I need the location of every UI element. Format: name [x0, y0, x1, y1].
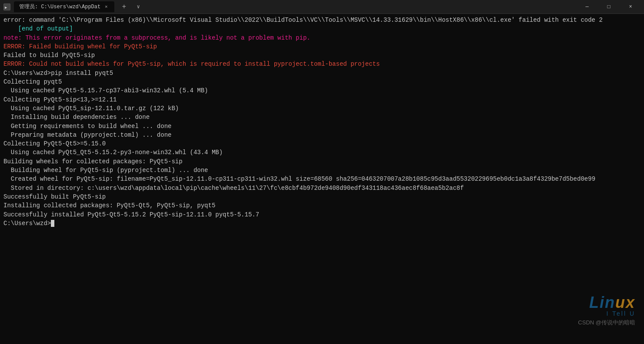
svg-text:▶: ▶	[5, 5, 7, 10]
window-controls: ─ □ ×	[577, 0, 641, 14]
tab-title: 管理员: C:\Users\wzd\AppDat	[19, 3, 100, 10]
terminal-line: Installing collected packages: PyQt5-Qt5…	[3, 201, 641, 210]
watermark-sub-text: I Tell U	[578, 310, 635, 317]
terminal-line: Preparing metadata (pyproject.toml) ... …	[3, 131, 641, 139]
terminal-cursor	[51, 220, 54, 227]
terminal-line: Using cached PyQt5-5.15.7-cp37-abi3-win3…	[3, 86, 641, 95]
terminal-line: note: This error originates from a subpr…	[3, 34, 641, 42]
terminal-line: Failed to build PyQt5-sip	[3, 51, 641, 60]
terminal-line: Using cached PyQt5_Qt5-5.15.2-py3-none-w…	[3, 148, 641, 157]
terminal-line: [end of output]	[3, 24, 641, 33]
terminal-icon: ▶	[3, 3, 10, 10]
terminal-line: Using cached PyQt5_sip-12.11.0.tar.gz (1…	[3, 104, 641, 113]
terminal-line: Building wheel for PyQt5-sip (pyproject.…	[3, 166, 641, 175]
terminal-line: Stored in directory: c:\users\wzd\appdat…	[3, 184, 641, 192]
maximize-button[interactable]: □	[599, 0, 619, 14]
close-window-button[interactable]: ×	[621, 0, 641, 14]
terminal-line: Getting requirements to build wheel ... …	[3, 122, 641, 131]
terminal-line: Created wheel for PyQt5-sip: filename=Py…	[3, 175, 641, 183]
terminal-line: Successfully installed PyQt5-Qt5-5.15.2 …	[3, 210, 641, 219]
close-tab-button[interactable]: ×	[103, 4, 109, 10]
terminal-body: error: command 'C:\\Program Files (x86)\…	[0, 14, 644, 344]
titlebar-tab[interactable]: 管理员: C:\Users\wzd\AppDat ×	[14, 1, 114, 12]
watermark: Linux I Tell U CSDN @传说中的暗暗	[578, 293, 635, 327]
terminal-line: Building wheels for collected packages: …	[3, 157, 641, 166]
terminal-line: ERROR: Failed building wheel for PyQt5-s…	[3, 42, 641, 51]
terminal-line: Collecting PyQt5-Qt5>=5.15.0	[3, 139, 641, 148]
terminal-line: Collecting PyQt5-sip<13,>=12.11	[3, 95, 641, 104]
terminal-line: C:\Users\wzd>pip install pyqt5	[3, 69, 641, 78]
watermark-csdn-text: CSDN @传说中的暗暗	[578, 319, 635, 327]
titlebar: ▶ 管理员: C:\Users\wzd\AppDat × + ∨ ─ □ ×	[0, 0, 644, 14]
add-tab-button[interactable]: +	[118, 1, 130, 13]
watermark-linux-text: Linux	[578, 293, 635, 312]
watermark-linux-pre: Lin	[589, 293, 615, 311]
minimize-button[interactable]: ─	[577, 0, 597, 14]
terminal-line: Successfully built PyQt5-sip	[3, 192, 641, 201]
terminal-line: ERROR: Could not build wheels for PyQt5-…	[3, 60, 641, 68]
terminal-output: error: command 'C:\\Program Files (x86)\…	[3, 16, 641, 228]
terminal-line: C:\Users\wzd>	[3, 219, 641, 228]
terminal-line: Collecting pyqt5	[3, 78, 641, 86]
tab-dropdown-button[interactable]: ∨	[133, 2, 143, 12]
terminal-line: Installing build dependencies ... done	[3, 113, 641, 121]
terminal-line: error: command 'C:\\Program Files (x86)\…	[3, 16, 641, 24]
watermark-linux-highlight: ux	[615, 293, 635, 311]
